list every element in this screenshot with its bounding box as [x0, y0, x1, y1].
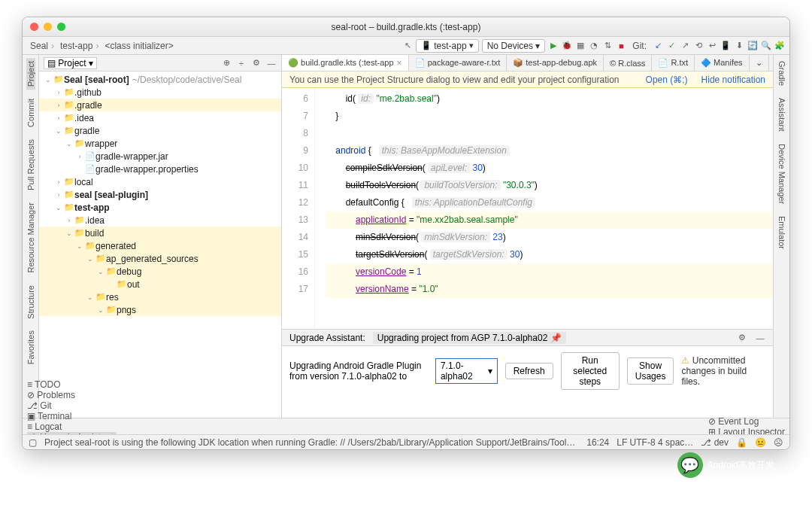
tool-tab-resource-manager[interactable]: Resource Manager [26, 199, 35, 276]
tree-node[interactable]: ⌄ 📁 res [39, 291, 281, 303]
run-config-selector[interactable]: 📱 test-app ▾ [416, 39, 478, 53]
breadcrumb[interactable]: test-app [57, 41, 102, 51]
upgrade-title: Upgrade Assistant: [289, 333, 365, 343]
close-window[interactable] [30, 23, 38, 31]
tree-node[interactable]: ⌄ 📁 build [39, 227, 281, 239]
editor-tab[interactable]: 📦 test-app-debug.apk [507, 55, 604, 71]
vcs-update-icon[interactable]: ↙ [653, 41, 663, 51]
project-settings-icon[interactable]: ⚙ [251, 58, 262, 68]
agp-version-select[interactable]: 7.1.0-alpha02▾ [435, 358, 498, 384]
tool-tab-assistant[interactable]: Assistant [777, 95, 786, 135]
face-ok-icon: 😐 [755, 437, 766, 448]
panel-hide-icon[interactable]: — [755, 333, 765, 343]
tree-node[interactable]: ⌄ 📁 pngs [39, 303, 281, 316]
project-tree[interactable]: ⌄ 📁 Seal [seal-root]~/Desktop/code/activ… [39, 71, 281, 418]
tree-node[interactable]: › 📁 .idea [39, 111, 281, 124]
status-icon[interactable]: ▢ [29, 437, 37, 448]
tool-tab-device-manager[interactable]: Device Manager [777, 141, 786, 207]
editor-tab[interactable]: © R.class [604, 55, 652, 71]
coverage-icon[interactable]: ▦ [575, 41, 586, 51]
breadcrumb[interactable]: Seal [27, 41, 57, 51]
bottom-tab[interactable]: ▣ Terminal [27, 411, 117, 421]
tree-node[interactable]: ⌄ 📁 gradle [39, 124, 281, 137]
minimize-window[interactable] [44, 23, 52, 31]
tree-node[interactable]: › 📁 .idea [39, 214, 281, 227]
tree-node[interactable]: 📄 gradle-wrapper.properties [39, 163, 281, 175]
upgrade-text: Upgrading Android Gradle Plugin from ver… [289, 360, 428, 382]
vcs-commit-icon[interactable]: ✓ [666, 41, 677, 51]
avd-icon[interactable]: 📱 [720, 41, 731, 51]
run-icon[interactable]: ▶ [548, 41, 559, 51]
bottom-tab[interactable]: ⊘ Problems [27, 390, 117, 400]
project-hide-icon[interactable]: — [266, 58, 277, 68]
right-tool-gutter: GradleAssistantDevice ManagerEmulator [773, 55, 789, 418]
show-usages-button[interactable]: Show Usages [627, 357, 674, 385]
open-project-structure-link[interactable]: Open (⌘;) [646, 75, 688, 85]
project-collapse-icon[interactable]: ÷ [236, 58, 247, 68]
project-select-opened-icon[interactable]: ⊕ [221, 58, 232, 68]
lock-icon[interactable]: 🔒 [736, 437, 747, 448]
device-selector[interactable]: No Devices ▾ [482, 39, 546, 53]
tool-tab-favorites[interactable]: Favorites [26, 327, 35, 367]
back-icon[interactable]: ↖ [402, 41, 413, 51]
vcs-push-icon[interactable]: ↗ [680, 41, 690, 51]
project-view-selector[interactable]: ▤ Project ▾ [44, 57, 97, 69]
window-title: seal-root – build.gradle.kts (:test-app) [332, 22, 481, 32]
tree-node[interactable]: › 📁 .github [39, 86, 281, 99]
bottom-tab[interactable]: ≡ Logcat [27, 421, 117, 432]
debug-icon[interactable]: 🐞 [562, 41, 572, 51]
bottom-tab[interactable]: ≡ TODO [27, 379, 117, 390]
tree-node[interactable]: › 📄 gradle-wrapper.jar [39, 150, 281, 163]
attach-icon[interactable]: ⇅ [602, 41, 613, 51]
tree-node[interactable]: ⌄ 📁 ap_generated_sources [39, 252, 281, 265]
panel-settings-icon[interactable]: ⚙ [737, 333, 747, 343]
tree-node[interactable]: ⌄ 📁 wrapper [39, 137, 281, 150]
face-sad-icon: ☹ [774, 437, 783, 448]
refresh-button[interactable]: Refresh [505, 363, 553, 379]
editor-notification: You can use the Project Structure dialog… [282, 71, 773, 88]
history-icon[interactable]: ⟲ [693, 41, 704, 51]
sdk-icon[interactable]: ⬇ [734, 41, 744, 51]
tree-node[interactable]: ⌄ 📁 test-app [39, 201, 281, 214]
git-branch[interactable]: ⎇ dev [701, 437, 729, 448]
tree-node[interactable]: 📁 out [39, 278, 281, 291]
titlebar: seal-root – build.gradle.kts (:test-app) [23, 17, 789, 37]
editor-tab[interactable]: 🔷 Manifes [695, 55, 750, 71]
tree-node[interactable]: › 📁 local [39, 175, 281, 188]
editor-tab[interactable]: 🟢 build.gradle.kts (:test-app × [282, 55, 409, 71]
encoding-indicator[interactable]: LF UTF-8 4 spac… [617, 437, 693, 448]
git-label: Git: [632, 41, 647, 51]
bottom-tool-tabs: ≡ TODO⊘ Problems⎇ Git▣ Terminal≡ Logcat⇧… [23, 418, 789, 434]
code-editor[interactable]: 67891011121314151617 id( id: "me.2bab.se… [282, 88, 773, 329]
sync-icon[interactable]: 🔄 [747, 41, 758, 51]
wechat-icon: 💬 [677, 452, 703, 478]
tree-node[interactable]: ⌄ 📁 Seal [seal-root]~/Desktop/code/activ… [39, 73, 281, 86]
tool-tab-emulator[interactable]: Emulator [777, 213, 786, 252]
editor-tab-more[interactable]: ⌄ [750, 55, 769, 71]
hide-notification-link[interactable]: Hide notification [701, 75, 765, 85]
profile-icon[interactable]: ◔ [589, 41, 599, 51]
editor-tab[interactable]: 📄 R.txt [652, 55, 695, 71]
cursor-position[interactable]: 16:24 [586, 437, 609, 448]
tree-node[interactable]: ⌄ 📁 generated [39, 239, 281, 252]
watermark: 💬 Android高效开发 [677, 452, 774, 478]
run-steps-button[interactable]: Run selected steps [561, 352, 620, 390]
search-icon[interactable]: 🔍 [761, 41, 771, 51]
tree-node[interactable]: › 📁 .gradle [39, 99, 281, 111]
tool-tab-project[interactable]: Project [26, 58, 35, 90]
upgrade-assistant-panel: Upgrade Assistant: Upgrading project fro… [282, 329, 773, 418]
editor-tab[interactable]: 📄 package-aware-r.txt [409, 55, 508, 71]
tool-tab-structure[interactable]: Structure [26, 282, 35, 322]
bottom-tab[interactable]: ⎇ Git [27, 400, 117, 411]
settings-icon[interactable]: 🧩 [774, 41, 785, 51]
tool-tab-gradle[interactable]: Gradle [777, 58, 786, 89]
tree-node[interactable]: › 📁 seal [seal-plugin] [39, 188, 281, 201]
bottom-tab[interactable]: ⊘ Event Log [708, 416, 785, 427]
tool-tab-commit[interactable]: Commit [26, 96, 35, 130]
stop-icon[interactable]: ■ [616, 41, 626, 51]
zoom-window[interactable] [57, 23, 65, 31]
tree-node[interactable]: ⌄ 📁 debug [39, 265, 281, 278]
tool-tab-pull-requests[interactable]: Pull Requests [26, 136, 35, 193]
breadcrumb[interactable]: <class initializer> [102, 41, 176, 51]
rollback-icon[interactable]: ↩ [707, 41, 717, 51]
